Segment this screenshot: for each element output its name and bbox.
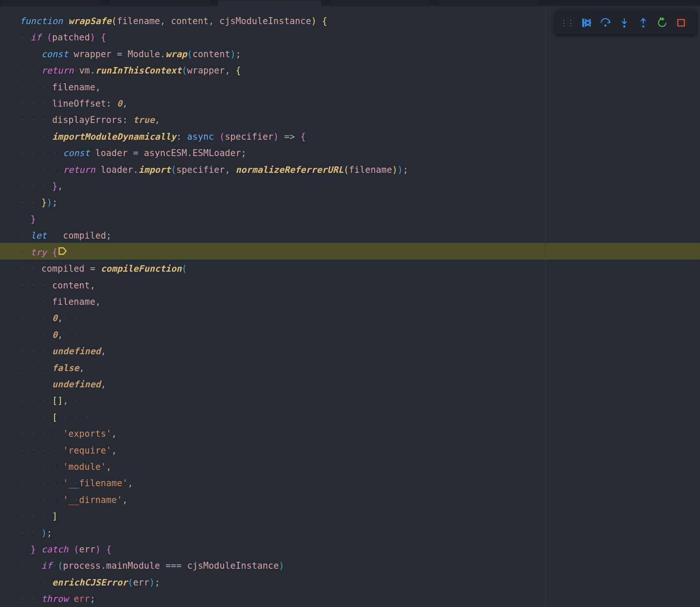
step-over-icon [600, 17, 611, 28]
editor-tab[interactable] [439, 0, 538, 6]
restart-icon [657, 17, 668, 28]
step-over-button[interactable] [597, 14, 614, 31]
step-out-icon [638, 17, 649, 28]
editor-tab-active[interactable] [218, 0, 321, 6]
restart-button[interactable] [654, 14, 671, 31]
column-ruler [545, 6, 546, 607]
step-into-icon [619, 17, 630, 28]
code-editor[interactable]: · · · · · · · · · · · · · · · · · · · · … [0, 0, 700, 607]
stop-icon [675, 17, 687, 28]
keyword-function: function [20, 16, 63, 26]
editor-tab[interactable] [110, 0, 209, 6]
stop-button[interactable] [672, 14, 690, 31]
execution-pointer-icon [57, 243, 68, 259]
svg-point-0 [605, 25, 607, 27]
fn-name: wrapSafe [68, 16, 111, 26]
continue-button[interactable] [578, 14, 595, 31]
editor-tab[interactable] [331, 0, 430, 6]
step-out-button[interactable] [635, 14, 652, 31]
tab-strip [0, 0, 700, 6]
editor-tab[interactable] [2, 0, 101, 6]
code-area[interactable]: · · · · · · · · · · · · · · · · · · · · … [0, 6, 700, 607]
debug-toolbar[interactable]: ⋮⋮ [556, 11, 696, 34]
svg-rect-3 [678, 19, 684, 26]
continue-icon [581, 17, 592, 28]
code-content[interactable]: function wrapSafe(filename, content, cjs… [20, 13, 408, 607]
step-into-button[interactable] [616, 14, 633, 31]
svg-point-1 [623, 25, 626, 28]
svg-point-2 [642, 25, 645, 28]
drag-handle-icon[interactable]: ⋮⋮ [560, 18, 576, 28]
